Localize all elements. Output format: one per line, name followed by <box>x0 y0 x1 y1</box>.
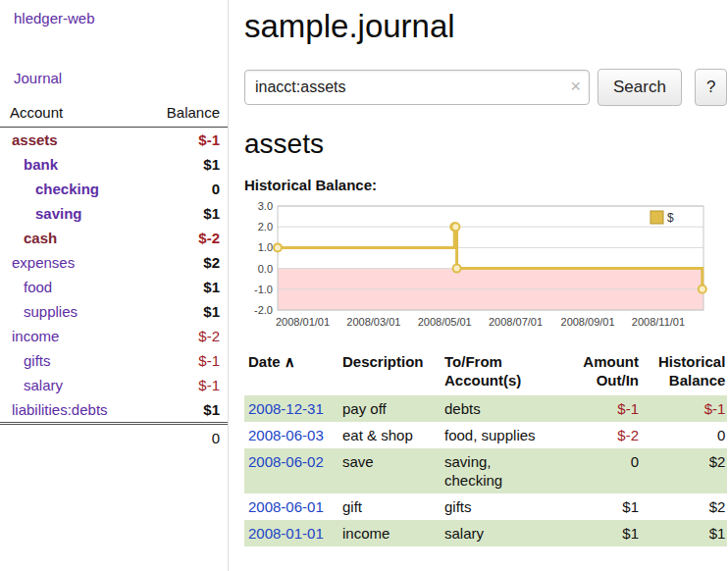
account-row: bank$1 <box>0 152 228 177</box>
accounts-header-row: Account Balance <box>0 100 228 128</box>
accounts-total-spacer <box>0 424 141 452</box>
register-row: 2008-06-01giftgifts$1$2 <box>244 493 727 520</box>
register-col-header: Amount Out/In <box>560 350 641 395</box>
app-title-link[interactable]: hledger-web <box>0 10 228 26</box>
account-row: expenses$2 <box>0 250 228 275</box>
account-row: salary$-1 <box>0 373 228 397</box>
account-row: supplies$1 <box>0 299 228 324</box>
help-button[interactable]: ? <box>695 69 727 106</box>
register-col-header: To/From Account(s) <box>441 350 560 395</box>
register-row: 2008-12-31pay offdebts$-1$-1 <box>244 395 727 422</box>
register-col-header: Historical Balance <box>641 350 727 395</box>
account-link[interactable]: supplies <box>24 303 78 320</box>
register-header-row: Date ∧DescriptionTo/From Account(s)Amoun… <box>244 350 727 395</box>
search-box: × <box>244 70 590 105</box>
account-link[interactable]: food <box>24 279 52 295</box>
accounts-total-value: 0 <box>141 424 228 452</box>
account-balance: $1 <box>141 397 228 424</box>
transaction-balance: $2 <box>641 493 727 520</box>
transaction-description: gift <box>338 493 441 520</box>
account-row: saving$1 <box>0 201 228 226</box>
account-link[interactable]: gifts <box>24 352 51 369</box>
x-axis-label: 2008/09/01 <box>561 316 615 328</box>
account-link[interactable]: saving <box>35 205 82 222</box>
account-balance: $-1 <box>141 348 228 373</box>
x-axis-label: 2008/05/01 <box>418 316 472 328</box>
x-axis-label: 2008/11/01 <box>632 316 685 328</box>
account-link[interactable]: cash <box>24 230 57 246</box>
transaction-accounts: food, supplies <box>441 422 560 448</box>
account-link[interactable]: bank <box>24 156 58 173</box>
search-button[interactable]: Search <box>598 69 682 106</box>
accounts-body: assets$-1bank$1checking0saving$1cash$-2e… <box>0 128 228 424</box>
sidebar-item-journal[interactable]: Journal <box>0 70 228 86</box>
legend-label: $ <box>667 211 674 225</box>
main-content: sample.journal × Search ? assets Histori… <box>229 0 728 571</box>
register-row: 2008-06-02savesaving, checking0$2 <box>244 448 727 493</box>
page-title: sample.journal <box>244 8 727 45</box>
account-link[interactable]: assets <box>12 131 58 148</box>
accounts-table: Account Balance assets$-1bank$1checking0… <box>0 100 228 451</box>
y-axis-label: 0.0 <box>258 263 273 275</box>
transaction-amount: 0 <box>560 448 641 493</box>
transaction-date-link[interactable]: 2008-06-03 <box>248 427 324 443</box>
transaction-description: pay off <box>338 395 441 422</box>
register-table: Date ∧DescriptionTo/From Account(s)Amoun… <box>244 350 727 546</box>
y-axis-label: 2.0 <box>258 221 273 233</box>
page: hledger-web Journal Account Balance asse… <box>0 0 728 571</box>
account-row: checking0 <box>0 177 228 201</box>
transaction-accounts: saving, checking <box>441 448 560 493</box>
account-balance: $-1 <box>141 373 228 397</box>
account-link[interactable]: liabilities:debts <box>12 401 108 418</box>
transaction-accounts: salary <box>441 520 560 546</box>
legend-swatch <box>650 211 663 224</box>
chart-canvas: 3.02.01.00.0-1.0-2.02008/01/012008/03/01… <box>244 198 709 336</box>
account-row: income$-2 <box>0 324 228 348</box>
register-body: 2008-12-31pay offdebts$-1$-12008-06-03ea… <box>244 395 727 546</box>
sidebar: hledger-web Journal Account Balance asse… <box>0 0 229 571</box>
account-link[interactable]: income <box>12 328 59 344</box>
data-point-marker <box>274 243 282 251</box>
account-balance: $1 <box>141 275 228 299</box>
data-point-marker <box>699 286 706 293</box>
account-balance: $1 <box>141 299 228 324</box>
clear-search-icon[interactable]: × <box>570 77 581 96</box>
transaction-accounts: debts <box>441 395 560 422</box>
transaction-balance: $-1 <box>641 395 727 422</box>
sort-ascending-icon: ∧ <box>281 353 295 370</box>
historical-balance-chart: 3.02.01.00.0-1.0-2.02008/01/012008/03/01… <box>244 198 709 336</box>
account-balance: $-2 <box>141 324 228 348</box>
register-col-header: Description <box>338 350 441 395</box>
account-link[interactable]: expenses <box>12 254 75 271</box>
transaction-description: income <box>338 520 441 546</box>
transaction-amount: $-2 <box>560 422 641 448</box>
register-header: Date ∧DescriptionTo/From Account(s)Amoun… <box>244 350 727 395</box>
x-axis-label: 2008/01/01 <box>276 316 330 328</box>
transaction-accounts: gifts <box>441 493 560 520</box>
account-balance: $-2 <box>141 226 228 250</box>
y-axis-label: -1.0 <box>254 284 273 295</box>
transaction-balance: $1 <box>641 520 727 546</box>
transaction-date-link[interactable]: 2008-06-01 <box>248 498 324 515</box>
accounts-header-balance: Balance <box>141 100 228 128</box>
transaction-date-link[interactable]: 2008-06-02 <box>248 453 324 470</box>
account-row: gifts$-1 <box>0 348 228 373</box>
transaction-description: save <box>338 448 441 493</box>
transaction-date-link[interactable]: 2008-12-31 <box>248 400 324 417</box>
account-link[interactable]: checking <box>35 181 99 197</box>
account-row: liabilities:debts$1 <box>0 397 228 424</box>
account-link[interactable]: salary <box>24 377 63 393</box>
x-axis-label: 2008/07/01 <box>489 316 543 328</box>
transaction-description: eat & shop <box>338 422 441 448</box>
account-row: cash$-2 <box>0 226 228 250</box>
transaction-amount: $1 <box>560 493 641 520</box>
search-input[interactable] <box>244 70 590 105</box>
chart-title: Historical Balance: <box>244 177 727 193</box>
register-col-header[interactable]: Date ∧ <box>244 350 338 395</box>
transaction-balance: 0 <box>641 422 727 448</box>
account-row: food$1 <box>0 275 228 299</box>
account-balance: $2 <box>141 250 228 275</box>
transaction-balance: $2 <box>641 448 727 493</box>
transaction-date-link[interactable]: 2008-01-01 <box>248 525 324 542</box>
y-axis-label: -2.0 <box>254 304 273 316</box>
